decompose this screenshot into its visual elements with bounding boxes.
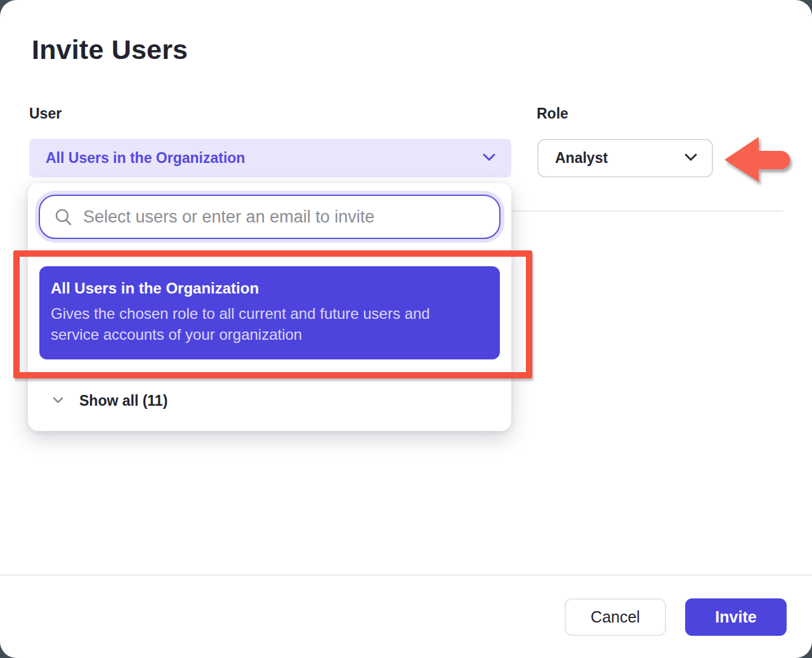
user-select-value: All Users in the Organization: [46, 150, 482, 167]
chevron-down-icon: [684, 153, 698, 164]
invite-button[interactable]: Invite: [685, 598, 787, 636]
show-all-label: Show all (11): [79, 392, 167, 410]
user-search-box: [39, 195, 501, 239]
red-annotation-arrow-icon: [723, 131, 795, 186]
show-all-toggle[interactable]: Show all (11): [28, 386, 511, 415]
role-select-dropdown[interactable]: Analyst: [537, 139, 713, 177]
chevron-down-icon: [53, 395, 63, 406]
cancel-button[interactable]: Cancel: [565, 598, 666, 636]
invite-users-dialog: Invite Users User Role All Users in the …: [0, 0, 812, 658]
user-search-input[interactable]: [82, 207, 487, 228]
user-dropdown-panel: All Users in the Organization Gives the …: [28, 183, 511, 431]
page-title: Invite Users: [32, 34, 188, 65]
option-all-users-in-organization[interactable]: All Users in the Organization Gives the …: [39, 266, 500, 359]
option-title: All Users in the Organization: [51, 280, 483, 297]
chevron-down-icon: [482, 153, 496, 164]
user-select-dropdown[interactable]: All Users in the Organization: [29, 139, 511, 177]
user-field-label: User: [29, 105, 62, 122]
role-select-value: Analyst: [555, 150, 684, 167]
role-field-label: Role: [537, 105, 568, 122]
option-description: Gives the chosen role to all current and…: [51, 303, 482, 345]
search-icon: [54, 207, 73, 226]
footer-divider: [0, 574, 812, 576]
